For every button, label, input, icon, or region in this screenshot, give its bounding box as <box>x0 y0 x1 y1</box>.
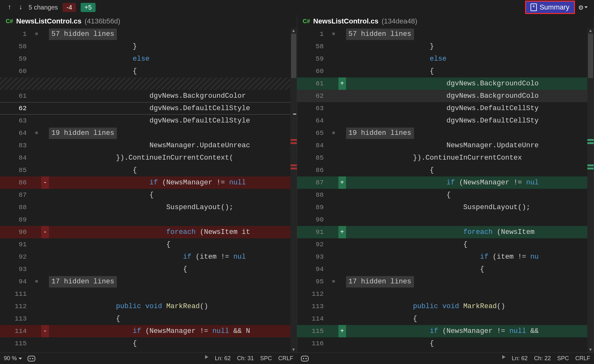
copilot-icon[interactable] <box>28 356 35 361</box>
code-line[interactable]: 64 dgvNews.DefaultCellSty <box>297 115 588 127</box>
code-line[interactable]: 61 dgvNews.BackgroundColor <box>0 90 290 102</box>
fold-toggle[interactable]: ⊞ <box>329 127 338 139</box>
right-commit-hash: (134dea48) <box>382 17 417 25</box>
code-line[interactable]: 93 if (item != nu <box>297 251 588 263</box>
code-line[interactable]: 1⊞57 hidden lines <box>0 28 290 40</box>
code-line[interactable]: 61+ dgvNews.BackgroundColo <box>297 77 588 90</box>
code-line[interactable]: 113 { <box>0 313 290 325</box>
hidden-lines-label[interactable]: 17 hidden lines <box>346 276 414 288</box>
code-text: else <box>346 53 588 65</box>
code-line[interactable]: 60 { <box>0 65 290 77</box>
left-editor[interactable]: 1⊞57 hidden lines58 }59 else60 {61 dgvNe… <box>0 28 297 353</box>
code-line[interactable]: 88 { <box>297 189 588 201</box>
code-line[interactable]: 116 { <box>297 337 588 350</box>
left-scrollbar[interactable]: ▲ ▼ <box>290 28 297 353</box>
play-icon[interactable] <box>502 355 505 359</box>
copilot-icon[interactable] <box>301 356 309 361</box>
diff-mark <box>290 168 297 169</box>
next-change-button[interactable]: ↓ <box>17 3 24 11</box>
code-line[interactable]: 86- if (NewsManager != null <box>0 176 290 189</box>
code-line[interactable]: 62 dgvNews.DefaultCellStyle <box>0 102 290 115</box>
code-line[interactable]: 90- foreach (NewsItem it <box>0 226 290 238</box>
hidden-lines-label[interactable]: 57 hidden lines <box>49 29 117 40</box>
scroll-down-icon[interactable]: ▼ <box>587 347 594 353</box>
code-line[interactable]: 89 <box>0 214 290 226</box>
settings-button[interactable]: ⚙ <box>579 3 588 12</box>
code-line[interactable]: 85 { <box>0 164 290 176</box>
hidden-lines-label[interactable]: 57 hidden lines <box>346 29 414 40</box>
code-line[interactable]: 84 NewsManager.UpdateUnre <box>297 139 588 152</box>
code-line[interactable]: 90 <box>297 214 588 226</box>
code-line[interactable]: 112 public void MarkRead() <box>0 300 290 313</box>
code-text: { <box>49 189 290 201</box>
fold-toggle[interactable]: ⊞ <box>32 275 41 288</box>
diff-mark <box>587 164 594 166</box>
code-line[interactable]: 92 { <box>297 238 588 251</box>
hidden-lines-label[interactable]: 19 hidden lines <box>346 128 414 139</box>
hidden-lines-label[interactable]: 17 hidden lines <box>49 276 117 288</box>
code-line[interactable]: 87+ if (NewsManager != nul <box>297 176 588 189</box>
code-line[interactable]: 63 dgvNews.DefaultCellSty <box>297 102 588 115</box>
scroll-up-icon[interactable]: ▲ <box>290 28 297 34</box>
code-line[interactable]: 89 SuspendLayout(); <box>297 201 588 214</box>
fold-toggle[interactable]: ⊞ <box>32 28 41 40</box>
code-line[interactable]: 60 { <box>297 65 588 77</box>
code-line[interactable]: 88 SuspendLayout(); <box>0 201 290 214</box>
code-line[interactable]: 59 else <box>0 53 290 65</box>
right-editor[interactable]: 1⊞57 hidden lines58 }59 else60 {61+ dgvN… <box>297 28 594 353</box>
code-line[interactable]: 115+ if (NewsManager != null && <box>297 325 588 337</box>
scroll-thumb[interactable] <box>291 34 296 78</box>
code-line[interactable]: 86 { <box>297 164 588 176</box>
code-line[interactable]: 94 { <box>297 263 588 275</box>
line-indicator[interactable]: Ln: 62 <box>512 355 528 362</box>
scroll-thumb[interactable] <box>588 34 593 78</box>
code-line[interactable] <box>0 77 290 90</box>
scroll-up-icon[interactable]: ▲ <box>587 28 594 34</box>
indent-indicator[interactable]: SPC <box>557 355 569 362</box>
code-line[interactable]: 94⊞17 hidden lines <box>0 275 290 288</box>
code-line[interactable]: 113 public void MarkRead() <box>297 300 588 313</box>
code-line[interactable]: 83 NewsManager.UpdateUnreac <box>0 139 290 152</box>
fold-toggle[interactable]: ⊞ <box>32 127 41 139</box>
hidden-lines-label[interactable]: 19 hidden lines <box>49 128 117 139</box>
code-line[interactable]: 58 } <box>297 40 588 53</box>
code-line[interactable]: 1⊞57 hidden lines <box>297 28 588 40</box>
code-line[interactable]: 112 <box>297 288 588 300</box>
line-number: 63 <box>297 102 329 115</box>
code-line[interactable]: 87 { <box>0 189 290 201</box>
eol-indicator[interactable]: CRLF <box>575 355 590 362</box>
code-line[interactable]: 93 { <box>0 263 290 275</box>
code-line[interactable]: 114 { <box>297 313 588 325</box>
code-line[interactable]: 85 }).ContinueInCurrentContex <box>297 152 588 164</box>
code-line[interactable]: 63 dgvNews.DefaultCellStyle <box>0 115 290 127</box>
code-line[interactable]: 59 else <box>297 53 588 65</box>
code-line[interactable]: 58 } <box>0 40 290 53</box>
summary-button[interactable]: Summary <box>525 1 575 14</box>
eol-indicator[interactable]: CRLF <box>278 355 293 362</box>
fold-toggle[interactable]: ⊞ <box>329 275 338 288</box>
code-line[interactable]: 95⊞17 hidden lines <box>297 275 588 288</box>
code-line[interactable]: 92 if (item != nul <box>0 251 290 263</box>
code-line[interactable]: 115 { <box>0 337 290 350</box>
code-line[interactable]: 84 }).ContinueInCurrentContext( <box>0 152 290 164</box>
play-icon[interactable] <box>205 355 208 359</box>
right-scrollbar[interactable]: ▲ ▼ <box>587 28 594 353</box>
code-line[interactable]: 65⊞19 hidden lines <box>297 127 588 139</box>
code-line[interactable]: 62 dgvNews.BackgroundColo <box>297 90 588 102</box>
scroll-down-icon[interactable]: ▼ <box>290 347 297 353</box>
column-indicator[interactable]: Ch: 22 <box>534 355 551 362</box>
chevron-down-icon <box>19 358 22 360</box>
zoom-level[interactable]: 90 % <box>4 355 22 362</box>
code-line[interactable]: 64⊞19 hidden lines <box>0 127 290 139</box>
fold-toggle[interactable]: ⊞ <box>329 28 338 40</box>
code-line[interactable]: 91 { <box>0 238 290 251</box>
code-line[interactable]: 114- if (NewsManager != null && N <box>0 325 290 337</box>
code-line[interactable]: 91+ foreach (NewsItem <box>297 226 588 238</box>
line-number: 115 <box>297 325 329 337</box>
prev-change-button[interactable]: ↑ <box>6 3 13 11</box>
line-number: 85 <box>297 152 329 164</box>
column-indicator[interactable]: Ch: 31 <box>237 355 254 362</box>
code-line[interactable]: 111 <box>0 288 290 300</box>
indent-indicator[interactable]: SPC <box>260 355 272 362</box>
line-indicator[interactable]: Ln: 62 <box>215 355 230 362</box>
